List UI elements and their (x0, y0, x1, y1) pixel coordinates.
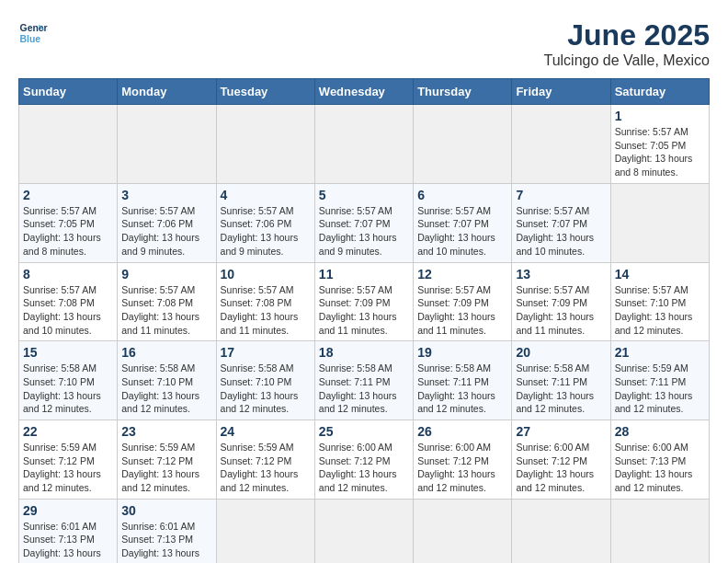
day-cell (414, 499, 512, 563)
day-detail: Sunrise: 5:57 AMSunset: 7:07 PMDaylight:… (417, 204, 507, 259)
day-cell: 1Sunrise: 5:57 AMSunset: 7:05 PMDaylight… (610, 105, 709, 184)
header-cell-wednesday: Wednesday (314, 79, 413, 105)
day-cell: 29Sunrise: 6:01 AMSunset: 7:13 PMDayligh… (19, 499, 118, 563)
day-detail: Sunrise: 5:59 AMSunset: 7:12 PMDaylight:… (121, 441, 211, 495)
day-cell: 10Sunrise: 5:57 AMSunset: 7:08 PMDayligh… (216, 262, 314, 341)
page-header: General Blue June 2025 Tulcingo de Valle… (18, 18, 710, 69)
week-row-3: 8Sunrise: 5:57 AMSunset: 7:08 PMDaylight… (19, 262, 710, 341)
day-cell: 11Sunrise: 5:57 AMSunset: 7:09 PMDayligh… (314, 262, 413, 341)
location-title: Tulcingo de Valle, Mexico (543, 52, 710, 69)
calendar-table: SundayMondayTuesdayWednesdayThursdayFrid… (18, 78, 710, 563)
day-cell (414, 105, 512, 184)
day-cell (216, 105, 314, 184)
day-cell: 24Sunrise: 5:59 AMSunset: 7:12 PMDayligh… (216, 420, 314, 500)
day-number: 25 (319, 424, 409, 439)
day-detail: Sunrise: 5:57 AMSunset: 7:06 PMDaylight:… (121, 204, 211, 259)
day-cell: 3Sunrise: 5:57 AMSunset: 7:06 PMDaylight… (118, 183, 216, 262)
day-number: 8 (23, 267, 113, 282)
day-detail: Sunrise: 6:00 AMSunset: 7:12 PMDaylight:… (516, 441, 606, 495)
day-number: 9 (121, 267, 211, 282)
day-detail: Sunrise: 5:57 AMSunset: 7:09 PMDaylight:… (516, 283, 606, 338)
day-cell: 22Sunrise: 5:59 AMSunset: 7:12 PMDayligh… (19, 420, 118, 500)
day-detail: Sunrise: 5:59 AMSunset: 7:11 PMDaylight:… (615, 362, 705, 416)
day-detail: Sunrise: 5:57 AMSunset: 7:09 PMDaylight:… (417, 283, 507, 338)
day-cell (512, 105, 610, 184)
week-row-5: 22Sunrise: 5:59 AMSunset: 7:12 PMDayligh… (19, 420, 710, 500)
day-cell: 14Sunrise: 5:57 AMSunset: 7:10 PMDayligh… (610, 262, 709, 341)
header-cell-thursday: Thursday (414, 79, 512, 105)
day-detail: Sunrise: 5:59 AMSunset: 7:12 PMDaylight:… (23, 441, 113, 495)
day-number: 12 (417, 267, 507, 282)
day-cell: 17Sunrise: 5:58 AMSunset: 7:10 PMDayligh… (216, 341, 314, 420)
calendar-body: 1Sunrise: 5:57 AMSunset: 7:05 PMDaylight… (19, 105, 710, 564)
day-cell (19, 105, 118, 184)
day-number: 24 (221, 424, 311, 439)
day-number: 5 (319, 188, 409, 202)
day-cell: 4Sunrise: 5:57 AMSunset: 7:06 PMDaylight… (216, 183, 314, 262)
month-title: June 2025 (543, 18, 710, 52)
day-detail: Sunrise: 5:57 AMSunset: 7:06 PMDaylight:… (221, 204, 311, 259)
day-number: 7 (516, 188, 606, 202)
day-cell: 8Sunrise: 5:57 AMSunset: 7:08 PMDaylight… (19, 262, 118, 341)
day-detail: Sunrise: 6:00 AMSunset: 7:12 PMDaylight:… (417, 441, 507, 495)
day-number: 10 (221, 267, 311, 282)
day-cell (314, 105, 413, 184)
day-detail: Sunrise: 6:00 AMSunset: 7:13 PMDaylight:… (615, 441, 705, 495)
day-cell: 16Sunrise: 5:58 AMSunset: 7:10 PMDayligh… (118, 341, 216, 420)
day-cell (314, 499, 413, 563)
day-cell: 28Sunrise: 6:00 AMSunset: 7:13 PMDayligh… (610, 420, 709, 500)
calendar-header: SundayMondayTuesdayWednesdayThursdayFrid… (19, 79, 710, 105)
day-detail: Sunrise: 5:57 AMSunset: 7:10 PMDaylight:… (615, 283, 705, 338)
day-number: 16 (121, 345, 211, 360)
day-cell: 20Sunrise: 5:58 AMSunset: 7:11 PMDayligh… (512, 341, 610, 420)
day-number: 26 (417, 424, 507, 439)
day-detail: Sunrise: 5:57 AMSunset: 7:08 PMDaylight:… (23, 283, 113, 338)
day-cell: 12Sunrise: 5:57 AMSunset: 7:09 PMDayligh… (414, 262, 512, 341)
day-number: 6 (417, 188, 507, 202)
day-cell (118, 105, 216, 184)
day-cell (216, 499, 314, 563)
day-detail: Sunrise: 5:58 AMSunset: 7:11 PMDaylight:… (319, 362, 409, 416)
day-number: 19 (417, 345, 507, 360)
day-cell: 30Sunrise: 6:01 AMSunset: 7:13 PMDayligh… (118, 499, 216, 563)
day-number: 4 (221, 188, 311, 202)
week-row-2: 2Sunrise: 5:57 AMSunset: 7:05 PMDaylight… (19, 183, 710, 262)
day-number: 13 (516, 267, 606, 282)
day-number: 11 (319, 267, 409, 282)
day-cell: 27Sunrise: 6:00 AMSunset: 7:12 PMDayligh… (512, 420, 610, 500)
day-cell (610, 499, 709, 563)
header-cell-monday: Monday (118, 79, 216, 105)
day-cell (610, 183, 709, 262)
day-detail: Sunrise: 5:57 AMSunset: 7:05 PMDaylight:… (615, 125, 705, 179)
logo: General Blue (18, 18, 48, 48)
day-cell: 26Sunrise: 6:00 AMSunset: 7:12 PMDayligh… (414, 420, 512, 500)
logo-icon: General Blue (18, 18, 48, 48)
day-number: 14 (615, 267, 705, 282)
day-number: 15 (23, 345, 113, 360)
day-detail: Sunrise: 5:58 AMSunset: 7:11 PMDaylight:… (516, 362, 606, 416)
header-cell-sunday: Sunday (19, 79, 118, 105)
day-number: 2 (23, 188, 113, 202)
day-number: 21 (615, 345, 705, 360)
week-row-4: 15Sunrise: 5:58 AMSunset: 7:10 PMDayligh… (19, 341, 710, 420)
day-cell (512, 499, 610, 563)
day-cell: 25Sunrise: 6:00 AMSunset: 7:12 PMDayligh… (314, 420, 413, 500)
day-detail: Sunrise: 5:59 AMSunset: 7:12 PMDaylight:… (221, 441, 311, 495)
header-cell-tuesday: Tuesday (216, 79, 314, 105)
day-cell: 19Sunrise: 5:58 AMSunset: 7:11 PMDayligh… (414, 341, 512, 420)
day-detail: Sunrise: 5:57 AMSunset: 7:08 PMDaylight:… (221, 283, 311, 338)
day-cell: 2Sunrise: 5:57 AMSunset: 7:05 PMDaylight… (19, 183, 118, 262)
day-detail: Sunrise: 5:57 AMSunset: 7:05 PMDaylight:… (23, 204, 113, 259)
header-cell-friday: Friday (512, 79, 610, 105)
day-detail: Sunrise: 5:58 AMSunset: 7:10 PMDaylight:… (23, 362, 113, 416)
day-number: 23 (121, 424, 211, 439)
day-detail: Sunrise: 6:00 AMSunset: 7:12 PMDaylight:… (319, 441, 409, 495)
day-detail: Sunrise: 5:57 AMSunset: 7:07 PMDaylight:… (319, 204, 409, 259)
header-row: SundayMondayTuesdayWednesdayThursdayFrid… (19, 79, 710, 105)
day-cell: 21Sunrise: 5:59 AMSunset: 7:11 PMDayligh… (610, 341, 709, 420)
day-cell: 9Sunrise: 5:57 AMSunset: 7:08 PMDaylight… (118, 262, 216, 341)
day-detail: Sunrise: 5:58 AMSunset: 7:10 PMDaylight:… (221, 362, 311, 416)
day-number: 29 (23, 503, 113, 518)
day-number: 20 (516, 345, 606, 360)
day-number: 30 (121, 503, 211, 518)
